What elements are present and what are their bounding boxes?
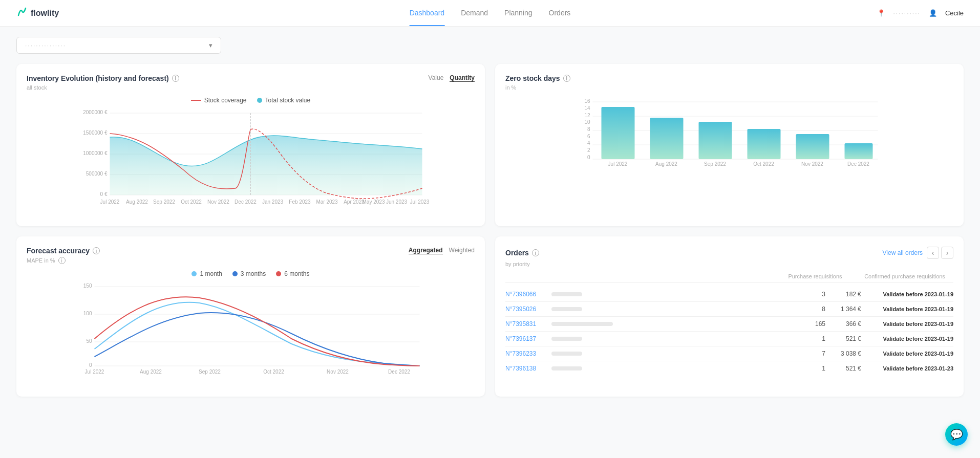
svg-text:Sep 2022: Sep 2022 bbox=[199, 369, 221, 375]
legend-coverage-label: Stock coverage bbox=[204, 97, 247, 104]
svg-text:Jul 2022: Jul 2022 bbox=[608, 161, 628, 167]
svg-text:Aug 2022: Aug 2022 bbox=[655, 161, 677, 167]
svg-text:Aug 2022: Aug 2022 bbox=[140, 369, 162, 375]
svg-rect-41 bbox=[748, 129, 781, 159]
zero-stock-info-icon[interactable]: i bbox=[563, 75, 570, 82]
forecast-header: Forecast accuracy i Aggregated Weighted bbox=[27, 247, 475, 255]
forecast-legend: 1 month 3 months 6 months bbox=[27, 270, 475, 277]
legend-3months: 3 months bbox=[232, 270, 266, 277]
nav-demand[interactable]: Demand bbox=[461, 1, 488, 26]
order-qty: 1 bbox=[800, 335, 825, 342]
nav-dashboard[interactable]: Dashboard bbox=[410, 1, 445, 26]
order-desc bbox=[551, 337, 800, 341]
chevron-down-icon: ▾ bbox=[209, 41, 212, 49]
legend-3m-dot bbox=[232, 271, 238, 276]
forecast-aggregated-action[interactable]: Aggregated bbox=[409, 247, 443, 254]
logo: flowlity bbox=[16, 6, 59, 20]
svg-text:100: 100 bbox=[83, 311, 92, 316]
order-desc bbox=[551, 292, 800, 296]
svg-text:Jan 2023: Jan 2023 bbox=[262, 199, 284, 205]
order-number[interactable]: N°7395026 bbox=[505, 306, 551, 313]
svg-text:1000000 €: 1000000 € bbox=[83, 150, 108, 156]
legend-total-value: Total stock value bbox=[257, 97, 311, 104]
inventory-info-icon[interactable]: i bbox=[172, 75, 179, 82]
svg-text:16: 16 bbox=[584, 98, 590, 104]
order-number[interactable]: N°7396066 bbox=[505, 291, 551, 298]
svg-text:1500000 €: 1500000 € bbox=[83, 130, 108, 136]
forecast-info-icon[interactable]: i bbox=[93, 247, 100, 254]
logo-icon bbox=[16, 6, 28, 20]
svg-text:Aug 2022: Aug 2022 bbox=[126, 199, 148, 205]
order-number[interactable]: N°7396138 bbox=[505, 365, 551, 372]
dashboard-grid: Inventory Evolution (history and forecas… bbox=[16, 64, 964, 397]
inventory-legend: Stock coverage Total stock value bbox=[27, 97, 475, 104]
inventory-quantity-action[interactable]: Quantity bbox=[450, 74, 475, 82]
zero-stock-header: Zero stock days i bbox=[505, 74, 953, 82]
order-desc-bar bbox=[551, 352, 582, 356]
legend-value-label: Total stock value bbox=[265, 97, 311, 104]
forecast-title: Forecast accuracy i bbox=[27, 247, 100, 255]
legend-3m-label: 3 months bbox=[241, 270, 266, 277]
svg-text:Sep 2022: Sep 2022 bbox=[704, 161, 726, 167]
order-number[interactable]: N°7396137 bbox=[505, 335, 551, 342]
orders-subtitle: by priority bbox=[505, 261, 953, 267]
nav-orders[interactable]: Orders bbox=[549, 1, 571, 26]
forecast-actions: Aggregated Weighted bbox=[409, 247, 475, 254]
order-number[interactable]: N°7395831 bbox=[505, 320, 551, 328]
inventory-subtitle: all stock bbox=[27, 84, 475, 91]
order-action: Validate before 2023-01-19 bbox=[861, 291, 953, 297]
order-action: Validate before 2023-01-23 bbox=[861, 365, 953, 372]
order-qty: 165 bbox=[800, 320, 825, 328]
order-value: 366 € bbox=[825, 320, 861, 328]
main-content: ··············· ▾ Inventory Evolution (h… bbox=[0, 27, 980, 407]
user-icon: 👤 bbox=[929, 9, 937, 17]
inventory-value-action[interactable]: Value bbox=[429, 74, 444, 82]
svg-text:Sep 2022: Sep 2022 bbox=[153, 199, 175, 205]
svg-text:Oct 2022: Oct 2022 bbox=[753, 161, 774, 167]
order-value: 521 € bbox=[825, 365, 861, 372]
forecast-weighted-action[interactable]: Weighted bbox=[449, 247, 475, 254]
svg-text:150: 150 bbox=[83, 283, 92, 289]
orders-prev-arrow[interactable]: ‹ bbox=[927, 247, 939, 259]
svg-text:14: 14 bbox=[584, 105, 590, 111]
order-value: 521 € bbox=[825, 335, 861, 342]
svg-text:Oct 2022: Oct 2022 bbox=[181, 199, 202, 205]
logo-text: flowlity bbox=[31, 9, 59, 18]
nav-planning[interactable]: Planning bbox=[504, 1, 532, 26]
svg-text:0: 0 bbox=[89, 362, 92, 368]
table-row: N°7396138 1 521 € Validate before 2023-0… bbox=[505, 361, 953, 376]
order-number[interactable]: N°7396233 bbox=[505, 350, 551, 357]
order-qty: 7 bbox=[800, 350, 825, 357]
svg-text:2: 2 bbox=[587, 147, 590, 153]
table-row: N°7396066 3 182 € Validate before 2023-0… bbox=[505, 287, 953, 302]
legend-1m-dot bbox=[191, 271, 197, 276]
order-action: Validate before 2023-01-19 bbox=[861, 306, 953, 312]
orders-info-icon[interactable]: i bbox=[532, 249, 539, 256]
orders-next-arrow[interactable]: › bbox=[941, 247, 953, 259]
filter-dropdown[interactable]: ··············· ▾ bbox=[16, 37, 221, 54]
view-all-orders[interactable]: View all orders bbox=[883, 249, 923, 256]
forecast-chart: 150 100 50 0 Jul 2022 bbox=[27, 282, 475, 386]
order-qty: 1 bbox=[800, 365, 825, 372]
orders-card: Orders i View all orders ‹ › by priority… bbox=[495, 236, 964, 397]
col-purchase-req: Purchase requisitions bbox=[774, 273, 856, 279]
table-row: N°7396137 1 521 € Validate before 2023-0… bbox=[505, 332, 953, 346]
svg-text:Dec 2022: Dec 2022 bbox=[388, 369, 410, 375]
inventory-card: Inventory Evolution (history and forecas… bbox=[16, 64, 485, 226]
svg-text:Feb 2023: Feb 2023 bbox=[289, 199, 311, 205]
table-row: N°7395026 8 1 364 € Validate before 2023… bbox=[505, 302, 953, 317]
svg-rect-39 bbox=[650, 118, 684, 159]
svg-rect-43 bbox=[845, 143, 873, 159]
order-desc bbox=[551, 322, 800, 326]
svg-text:Jul 2022: Jul 2022 bbox=[100, 199, 120, 205]
order-desc-bar bbox=[551, 292, 582, 296]
order-qty: 8 bbox=[800, 306, 825, 313]
zero-stock-chart: 16 14 12 10 8 6 4 2 0 bbox=[505, 97, 953, 216]
zero-stock-card: Zero stock days i in % 16 14 bbox=[495, 64, 964, 226]
svg-text:500000 €: 500000 € bbox=[86, 171, 108, 177]
svg-text:Jul 2023: Jul 2023 bbox=[410, 199, 430, 205]
inventory-chart: 2000000 € 1500000 € 1000000 € 500000 € 0… bbox=[27, 109, 475, 213]
forecast-mape-info-icon[interactable]: i bbox=[58, 257, 66, 264]
user-name: Cecile bbox=[945, 9, 964, 17]
orders-nav-arrows: ‹ › bbox=[927, 247, 953, 259]
